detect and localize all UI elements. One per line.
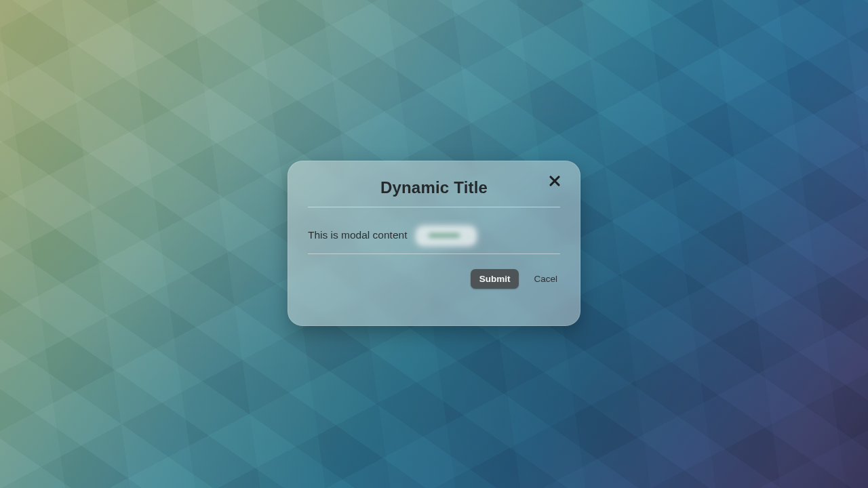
close-icon [549,175,561,187]
blurred-chip [416,226,476,245]
modal-header: Dynamic Title [308,178,560,207]
modal-dialog: Dynamic Title This is modal content Subm… [288,161,580,326]
modal-title: Dynamic Title [308,178,560,197]
close-button[interactable] [545,171,564,190]
submit-button[interactable]: Submit [471,269,519,289]
modal-body: This is modal content [308,207,560,254]
cancel-button[interactable]: Cacel [531,269,560,289]
modal-footer: Submit Cacel [308,254,560,289]
